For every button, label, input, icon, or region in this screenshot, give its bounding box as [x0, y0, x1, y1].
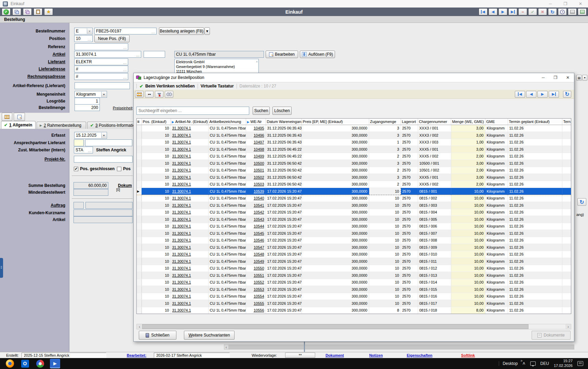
rechnungsadresse-input[interactable]: #... [74, 73, 128, 80]
mengeneinheit-select[interactable]: Kilogramm▾ [75, 91, 107, 98]
suchen-button[interactable]: Suchen [253, 107, 270, 115]
weitere-suchvarianten-button[interactable]: Weitere Suchvarianten [184, 331, 235, 340]
label-artikel[interactable]: Artikel [0, 52, 65, 57]
table-row[interactable]: 1031.30074.1CU 1L 0,475mm l'tbar1054017.… [137, 195, 571, 202]
column-layout-button[interactable] [135, 91, 144, 98]
column-header-termin2[interactable]: Tern [562, 119, 571, 125]
cell-wenr[interactable]: 10501 [246, 167, 266, 174]
cell-artikelnr[interactable]: 31.30074.1 [171, 307, 208, 314]
overflow-icon[interactable]: » [521, 359, 523, 363]
language-indicator[interactable]: DEU [540, 361, 549, 366]
column-header-datum[interactable]: Datum Wareneingang [266, 119, 302, 125]
cell-artikelnr[interactable]: 31.30074.1 [171, 160, 208, 167]
table-row[interactable]: 1031.30074.1CU 1L 0,475mm l'tbar1055517.… [137, 300, 571, 307]
label-preiseinheit[interactable]: Preiseinheit [113, 106, 132, 110]
cell-wenr[interactable]: 10496 [246, 132, 266, 139]
menu-close-on-link[interactable]: Beim Verlinken schließen [145, 84, 195, 88]
table-row[interactable]: 1031.30074.1CU 1L 0,475mm l'tbar1049731.… [137, 139, 571, 146]
cell-wenr[interactable]: 10543 [246, 216, 266, 223]
dialog-maximize-icon[interactable]: ❐ [549, 73, 562, 82]
table-row[interactable]: 1031.30074.1CU 1L 0,475mm l'tbar1054117.… [137, 202, 571, 209]
scrollbar-thumb[interactable] [142, 324, 529, 329]
cell-wenr[interactable]: 10549 [246, 258, 266, 265]
cell-wenr[interactable]: 10548 [246, 251, 266, 258]
cell-wenr[interactable]: 10556 [246, 307, 266, 314]
dialog-minimize-icon[interactable]: ─ [537, 73, 549, 82]
cell-artikelnr[interactable]: 31.30074.1 [171, 300, 208, 307]
table-row[interactable]: 1031.30074.1CU 1L 0,475mm l'tbar1049931.… [137, 153, 571, 160]
pane-splitter[interactable] [304, 342, 305, 352]
cell-artikelnr[interactable]: 31.30074.1 [171, 209, 208, 216]
cell-artikelnr[interactable]: 31.30074.1 [171, 188, 208, 195]
notizen-link[interactable]: Notizen [369, 353, 383, 357]
cell-artikelnr[interactable]: 31.30074.1 [171, 223, 208, 230]
grid-view-button[interactable] [2, 113, 12, 121]
cell-artikelnr[interactable]: 31.30074.1 [171, 230, 208, 237]
ellipsis-icon[interactable]: ... [151, 30, 155, 34]
column-header-menge[interactable]: Menge (WE, GME) [451, 119, 485, 125]
wiedervorlage-button[interactable]: ** [285, 353, 315, 358]
accept-button[interactable]: ✔ [528, 8, 537, 15]
column-header-wenr[interactable]: ▶WE-Nr [246, 119, 266, 125]
cell-artikelnr[interactable]: 31.30074.1 [171, 237, 208, 244]
taskbar-outlook-button[interactable]: O [20, 359, 30, 368]
scroll-right-icon[interactable]: › [565, 324, 571, 329]
cell-wenr[interactable]: 10554 [246, 293, 266, 300]
cell-artikelnr[interactable]: 31.30074.1 [171, 258, 208, 265]
table-row[interactable]: 1031.30074.1CU 1L 0,475mm l'tbar1055417.… [137, 293, 571, 300]
cell-wenr[interactable]: 10551 [246, 272, 266, 279]
bestellnummer-input[interactable]: FBE25-00197... [94, 28, 157, 35]
table-row[interactable]: 1031.30074.1CU 1L 0,475mm l'tbar1054417.… [137, 223, 571, 230]
bestellung-anlegen-dropdown[interactable]: ▾ [204, 27, 210, 35]
chevron-down-icon[interactable]: ▾ [101, 133, 106, 138]
refresh-side-button[interactable]: ↻ [577, 198, 586, 206]
neue-pos-button[interactable]: Neue Pos. (F8) [94, 35, 130, 42]
search-button-icon[interactable] [165, 91, 173, 98]
cell-wenr[interactable]: 10503 [246, 181, 266, 188]
cell-wenr[interactable]: 10545 [246, 230, 266, 237]
cell-wenr[interactable]: 10502 [246, 174, 266, 181]
table-row[interactable]: 1031.30074.1CU 1L 0,475mm l'tbar1055617.… [137, 307, 571, 314]
aufloesen-button[interactable]: ⇩Auflösen (F9) [300, 51, 335, 58]
cell-artikelnr[interactable]: 31.30074.1 [171, 146, 208, 153]
discard-button[interactable]: ✖ [538, 8, 547, 15]
cell-artikelnr[interactable]: 31.30074.1 [171, 244, 208, 251]
cell-wenr[interactable]: 10499 [246, 153, 266, 160]
cell-wenr[interactable]: 10542 [246, 209, 266, 216]
scroll-left-icon[interactable]: ‹ [137, 324, 142, 329]
table-row[interactable]: 1031.30074.1CU 1L 0,475mm l'tbar1050331.… [137, 181, 571, 188]
panel-config-button[interactable]: ▤ [576, 75, 582, 81]
label-projekt-nr[interactable]: Projekt-Nr. [0, 157, 65, 162]
cell-wenr[interactable]: 10498 [246, 146, 266, 153]
column-header-bez[interactable]: Artikelbezeichnung [208, 119, 246, 125]
table-row[interactable]: 1031.30074.1CU 1L 0,475mm l'tbar1049531.… [137, 125, 571, 132]
refresh-button[interactable]: ↻ [548, 8, 557, 15]
dokumente-link[interactable]: Dokum [118, 183, 132, 188]
cell-artikelnr[interactable]: 31.30074.1 [171, 202, 208, 209]
cell-artikelnr[interactable]: 31.30074.1 [171, 293, 208, 300]
pos-geschlossen-checkbox[interactable]: ✔ Pos. geschlossen [74, 166, 115, 171]
confirm-button[interactable]: ✔ [2, 8, 11, 15]
edit-note-button[interactable] [14, 113, 25, 121]
label-auftrag[interactable]: Auftrag [0, 203, 65, 208]
cell-artikelnr[interactable]: 31.30074.1 [171, 174, 208, 181]
cell-artikelnr[interactable]: 31.30074.1 [171, 153, 208, 160]
module-tab-bestellung[interactable]: Bestellung [4, 17, 25, 22]
cell-artikelnr[interactable]: 31.30074.1 [171, 195, 208, 202]
taskbar-contacts-button[interactable] [35, 359, 45, 368]
nav-next-button[interactable]: ▶ [498, 8, 507, 15]
table-row[interactable]: 1031.30074.1CU 1L 0,475mm l'tbar1054717.… [137, 244, 571, 251]
cell-wenr[interactable]: 10547 [246, 244, 266, 251]
referenz-input[interactable]: ... [75, 43, 128, 50]
bearbeiten-button[interactable]: Bearbeiten [266, 51, 298, 58]
ansprechpartner-code-input[interactable] [74, 139, 84, 146]
cell-wenr[interactable]: 10541 [246, 202, 266, 209]
loeschen-button[interactable]: Löschen [272, 107, 292, 115]
ellipsis-icon[interactable]: ... [123, 68, 127, 72]
artikel-referenz-input[interactable] [75, 82, 130, 89]
column-header-zugang[interactable]: Zugangsmenge [369, 119, 401, 125]
copy-window-button[interactable] [12, 8, 21, 15]
label-lieferadresse[interactable]: Lieferadresse [0, 67, 65, 71]
cell-wenr[interactable]: 10550 [246, 265, 266, 272]
wizard-button[interactable]: ★ [44, 8, 53, 15]
